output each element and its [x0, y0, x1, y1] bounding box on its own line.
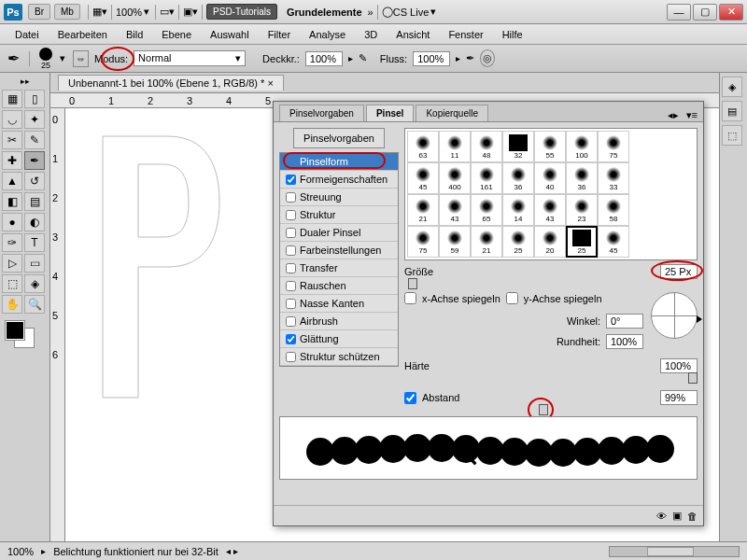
brush-option-3[interactable]: Struktur — [280, 206, 398, 224]
document-tab[interactable]: Unbenannt-1 bei 100% (Ebene 1, RGB/8) * … — [58, 75, 284, 91]
menu-bild[interactable]: Bild — [119, 27, 150, 42]
menu-3d[interactable]: 3D — [357, 27, 385, 42]
brush-option-0[interactable]: Pinselform — [280, 153, 398, 171]
opacity-field[interactable]: 100% — [305, 51, 343, 66]
brush-preview-dot[interactable] — [39, 48, 52, 61]
history-brush-tool[interactable]: ↺ — [24, 172, 45, 190]
size-field[interactable]: 25 Px — [660, 264, 698, 279]
marquee-tool[interactable]: ▯ — [24, 90, 45, 108]
delete-brush-icon[interactable]: 🗑 — [687, 511, 698, 522]
workspace-label[interactable]: Grundelemente — [287, 7, 362, 18]
angle-widget[interactable] — [651, 292, 698, 339]
brush-tool-icon[interactable]: ✒ — [7, 49, 20, 67]
brush-tip-cell[interactable]: 43 — [439, 194, 471, 226]
brush-option-9[interactable]: Airbrush — [280, 313, 398, 330]
brush-option-4[interactable]: Dualer Pinsel — [280, 224, 398, 242]
heal-tool[interactable]: ✚ — [2, 151, 22, 170]
mode-select[interactable]: Normal ▾ — [134, 50, 246, 66]
3d-tool[interactable]: ⬚ — [2, 274, 22, 293]
brush-tip-cell[interactable]: 32 — [502, 131, 534, 162]
move-tool[interactable]: ▦ — [2, 90, 22, 108]
brush-presets-button[interactable]: Pinselvorgaben — [293, 128, 385, 148]
gradient-tool[interactable]: ▤ — [24, 192, 45, 211]
brush-tip-cell[interactable]: 45 — [407, 162, 439, 194]
zoom-display[interactable]: 100% — [116, 7, 142, 18]
view-extras-icon[interactable]: ▦▾ — [92, 6, 107, 18]
close-tab-icon[interactable]: × — [267, 77, 273, 89]
tab-pinsel[interactable]: Pinsel — [366, 105, 414, 121]
brush-option-7[interactable]: Rauschen — [280, 277, 398, 295]
type-tool[interactable]: T — [24, 233, 45, 252]
dodge-tool[interactable]: ◐ — [24, 213, 45, 231]
paths-panel-icon[interactable]: ⬚ — [722, 125, 742, 146]
brush-tip-cell[interactable]: 43 — [534, 194, 566, 226]
arrange-icon[interactable]: ▭▾ — [160, 6, 175, 18]
brush-tip-cell[interactable]: 75 — [407, 226, 439, 258]
brush-option-11[interactable]: Struktur schützen — [280, 348, 398, 366]
3d-camera-tool[interactable]: ◈ — [24, 274, 45, 293]
brush-tip-cell[interactable]: 21 — [407, 194, 439, 226]
workspace-selector[interactable]: PSD-Tutorials — [206, 4, 277, 20]
path-select-tool[interactable]: ▷ — [2, 254, 22, 273]
brush-tip-cell[interactable]: 75 — [598, 131, 629, 162]
pressure-opacity-icon[interactable]: ✎ — [359, 52, 367, 64]
tab-kopierquelle[interactable]: Kopierquelle — [416, 105, 488, 121]
brush-option-5[interactable]: Farbeinstellungen — [280, 242, 398, 259]
toggle-preview-icon[interactable]: 👁 — [656, 511, 667, 522]
layers-panel-icon[interactable]: ◈ — [722, 77, 742, 97]
menu-bearbeiten[interactable]: Bearbeiten — [50, 27, 115, 42]
screen-mode-icon[interactable]: ▣▾ — [183, 6, 198, 18]
brush-tip-cell[interactable]: 59 — [439, 226, 471, 258]
brush-tip-cell[interactable]: 45 — [598, 226, 629, 258]
menu-ansicht[interactable]: Ansicht — [388, 27, 437, 42]
color-swatches[interactable] — [2, 321, 48, 349]
scrollbar-h[interactable] — [609, 546, 740, 557]
brush-tip-cell[interactable]: 23 — [566, 194, 598, 226]
brush-tip-cell[interactable]: 55 — [534, 131, 566, 162]
brush-tip-cell[interactable]: 63 — [407, 131, 439, 162]
brush-tip-cell[interactable]: 65 — [471, 194, 502, 226]
close-button[interactable]: ✕ — [719, 4, 743, 21]
brush-tool[interactable]: ✒ — [24, 151, 45, 170]
brush-tip-cell[interactable]: 11 — [439, 131, 471, 162]
stamp-tool[interactable]: ▲ — [2, 172, 22, 190]
brush-tip-cell[interactable]: 14 — [502, 194, 534, 226]
panel-collapse-icon[interactable]: ◂▸ — [668, 109, 679, 121]
cslive-label[interactable]: CS Live — [393, 7, 430, 18]
maximize-button[interactable]: ▢ — [693, 4, 717, 21]
menu-auswahl[interactable]: Auswahl — [203, 27, 257, 42]
menu-analyse[interactable]: Analyse — [302, 27, 353, 42]
brush-tip-cell[interactable]: 400 — [439, 162, 471, 194]
foreground-swatch[interactable] — [6, 321, 24, 340]
eraser-tool[interactable]: ◧ — [2, 192, 22, 211]
lasso-tool[interactable]: ◡ — [2, 110, 22, 129]
wand-tool[interactable]: ✦ — [24, 110, 45, 129]
flip-x-checkbox[interactable] — [404, 292, 416, 304]
brush-option-2[interactable]: Streuung — [280, 189, 398, 206]
status-zoom[interactable]: 100% — [7, 546, 34, 557]
brush-option-8[interactable]: Nasse Kanten — [280, 295, 398, 313]
brush-option-10[interactable]: Glättung — [280, 330, 398, 348]
brush-tip-cell[interactable]: 40 — [534, 162, 566, 194]
menu-datei[interactable]: Datei — [7, 27, 47, 42]
menu-hilfe[interactable]: Hilfe — [495, 27, 530, 42]
brush-tip-cell[interactable]: 21 — [471, 226, 502, 258]
flip-y-checkbox[interactable] — [506, 292, 518, 304]
new-brush-icon[interactable]: ▣ — [672, 510, 682, 522]
brush-tip-cell[interactable]: 36 — [502, 162, 534, 194]
brush-tip-cell[interactable]: 25 — [566, 226, 598, 258]
minimize-button[interactable]: — — [667, 4, 691, 21]
brush-panel-toggle-icon[interactable]: ⎃ — [73, 50, 89, 67]
blur-tool[interactable]: ● — [2, 213, 22, 231]
hand-tool[interactable]: ✋ — [2, 295, 22, 314]
brush-tip-grid[interactable]: 6311483255100754540016136403633214365144… — [404, 128, 698, 260]
crop-tool[interactable]: ✂ — [2, 131, 22, 149]
brush-tip-cell[interactable]: 36 — [566, 162, 598, 194]
tab-pinselvorgaben[interactable]: Pinselvorgaben — [279, 105, 364, 121]
menu-filter[interactable]: Filter — [261, 27, 298, 42]
brush-tip-cell[interactable]: 48 — [471, 131, 502, 162]
channels-panel-icon[interactable]: ▤ — [722, 101, 742, 121]
brush-tip-cell[interactable]: 161 — [471, 162, 502, 194]
minibridge-button[interactable]: Mb — [54, 4, 80, 20]
brush-tip-cell[interactable]: 100 — [566, 131, 598, 162]
